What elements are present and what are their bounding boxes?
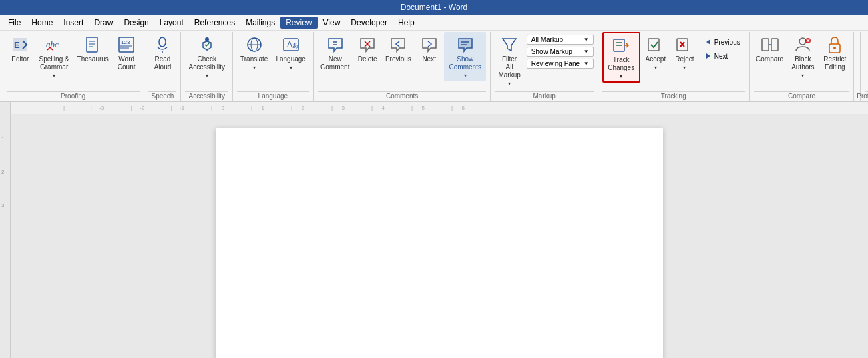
svg-marker-26 (503, 39, 516, 51)
doc-cursor (256, 161, 256, 172)
menu-item-insert[interactable]: Insert (58, 17, 89, 29)
check-accessibility-label: CheckAccessibility ▾ (188, 55, 224, 79)
doc-main: | | -3 | -2 | -1 | 0 | 1 | 2 | 3 | 4 | 5 (11, 102, 868, 358)
svg-marker-34 (706, 39, 710, 45)
accept-button[interactable]: Accept ▾ (642, 32, 670, 73)
svg-text:123: 123 (121, 39, 130, 45)
svg-text:あ: あ (292, 42, 298, 49)
filter-all-markup-button[interactable]: Filter AllMarkup ▾ (495, 32, 523, 90)
reject-button[interactable]: Reject ▾ (671, 32, 698, 73)
menu-bar: File Home Insert Draw Design Layout Refe… (0, 15, 868, 31)
svg-text:E: E (14, 40, 20, 50)
title-bar: Document1 - Word (0, 0, 868, 15)
language-label: Language ▾ (276, 55, 306, 71)
svg-point-44 (833, 47, 836, 49)
top-ruler: | | -3 | -2 | -1 | 0 | 1 | 2 | 3 | 4 | 5 (11, 102, 868, 114)
tracking-group-label: Tracking (602, 91, 745, 101)
block-authors-button[interactable]: BlockAuthors ▾ (787, 32, 819, 81)
ribbon-group-tracking: TrackChanges ▾ Accept ▾ Reject ▾ (598, 32, 750, 101)
block-authors-label: BlockAuthors ▾ (790, 55, 815, 79)
markup-group-label: Markup (495, 91, 593, 101)
svg-marker-35 (706, 53, 710, 59)
menu-item-developer[interactable]: Developer (345, 17, 393, 29)
menu-item-help[interactable]: Help (393, 17, 420, 29)
language-group-label: Language (237, 91, 309, 101)
thesaurus-label: Thesaurus (77, 55, 109, 63)
restrict-editing-button[interactable]: RestrictEditing (820, 32, 849, 73)
reject-label: Reject ▾ (674, 55, 695, 71)
restrict-editing-label: RestrictEditing (823, 55, 846, 71)
new-comment-label: NewComment (320, 55, 349, 71)
menu-item-review[interactable]: Review (280, 17, 317, 29)
menu-item-file[interactable]: File (3, 17, 26, 29)
read-aloud-button[interactable]: ReadAloud (148, 32, 176, 73)
compare-label: Compare (756, 55, 783, 63)
svg-text:abc: abc (46, 39, 59, 49)
track-changes-button[interactable]: TrackChanges ▾ (602, 32, 640, 83)
svg-point-13 (205, 37, 209, 41)
translate-label: Translate ▾ (240, 55, 268, 71)
accept-label: Accept ▾ (645, 55, 667, 71)
ink-group-label: Ink (865, 91, 868, 101)
previous-comment-button[interactable]: Previous (383, 32, 415, 65)
ribbon-group-accessibility: CheckAccessibility ▾ Accessibility (181, 32, 232, 101)
reviewing-pane-dropdown[interactable]: Reviewing Pane ▼ (527, 59, 594, 69)
editor-label: Editor (11, 55, 29, 63)
left-ruler: 1 2 3 (0, 102, 11, 358)
comments-group-label: Comments (318, 91, 487, 101)
menu-item-home[interactable]: Home (26, 17, 58, 29)
doc-content[interactable] (11, 114, 868, 358)
spelling-grammar-label: Spelling &Grammar ▾ (39, 55, 70, 79)
language-button[interactable]: Aあ Language ▾ (272, 32, 308, 73)
ribbon-group-markup: Filter AllMarkup ▾ All Markup ▼ Show Mar… (491, 32, 598, 101)
show-comments-button[interactable]: ShowComments ▾ (444, 32, 486, 81)
speech-group-label: Speech (148, 91, 176, 101)
svg-point-11 (159, 37, 166, 47)
check-accessibility-button[interactable]: CheckAccessibility ▾ (185, 32, 228, 81)
delete-comment-button[interactable]: Delete (354, 32, 381, 65)
all-markup-dropdown[interactable]: All Markup ▼ (527, 35, 594, 45)
show-comments-label: ShowComments ▾ (447, 55, 483, 79)
svg-rect-36 (762, 39, 769, 51)
svg-rect-3 (87, 37, 97, 52)
hide-ink-button[interactable]: HideInk ▾ (865, 32, 868, 73)
protect-group-label: Protect (857, 91, 857, 101)
markup-dropdowns: All Markup ▼ Show Markup ▼ Reviewing Pan… (527, 32, 594, 69)
thesaurus-button[interactable]: Thesaurus (75, 32, 112, 65)
ribbon-group-speech: ReadAloud Speech (144, 32, 181, 101)
menu-item-mailings[interactable]: Mailings (240, 17, 280, 29)
ribbon-group-proofing: E Editor abc Spelling &Grammar ▾ The (3, 32, 144, 101)
svg-rect-30 (648, 39, 659, 51)
menu-item-layout[interactable]: Layout (154, 17, 189, 29)
ribbon: E Editor abc Spelling &Grammar ▾ The (0, 31, 868, 102)
translate-button[interactable]: Translate ▾ (237, 32, 272, 73)
svg-text:A: A (287, 40, 292, 49)
menu-item-draw[interactable]: Draw (89, 17, 118, 29)
next-comment-label: Next (422, 55, 436, 63)
spelling-grammar-button[interactable]: abc Spelling &Grammar ▾ (35, 32, 73, 81)
editor-button[interactable]: E Editor (7, 32, 34, 65)
svg-rect-37 (771, 39, 778, 51)
document-area: 1 2 3 | | -3 | -2 | -1 | 0 | 1 | 2 (0, 102, 868, 358)
show-markup-dropdown[interactable]: Show Markup ▼ (527, 47, 594, 57)
filter-all-markup-label: Filter AllMarkup ▾ (498, 55, 520, 87)
track-changes-label: TrackChanges ▾ (608, 56, 635, 80)
compare-group-label: Compare (754, 91, 850, 101)
accessibility-group-label: Accessibility (185, 91, 228, 101)
ribbon-group-protect: Protect (854, 32, 861, 101)
next-comment-button[interactable]: Next (415, 32, 443, 65)
ribbon-group-ink: HideInk ▾ Ink (861, 32, 868, 101)
next-change-button[interactable]: Next (700, 50, 745, 62)
read-aloud-label: ReadAloud (154, 55, 172, 71)
svg-point-39 (799, 38, 806, 45)
compare-button[interactable]: Compare (754, 32, 786, 65)
previous-comment-label: Previous (385, 55, 411, 63)
new-comment-button[interactable]: NewComment (318, 32, 353, 73)
previous-change-button[interactable]: Previous (700, 36, 745, 48)
menu-item-references[interactable]: References (189, 17, 240, 29)
word-count-button[interactable]: 123 WordCount (113, 32, 140, 73)
prev-next-stack: Previous Next (700, 32, 745, 62)
doc-page[interactable] (216, 128, 663, 358)
menu-item-design[interactable]: Design (118, 17, 154, 29)
menu-item-view[interactable]: View (318, 17, 346, 29)
